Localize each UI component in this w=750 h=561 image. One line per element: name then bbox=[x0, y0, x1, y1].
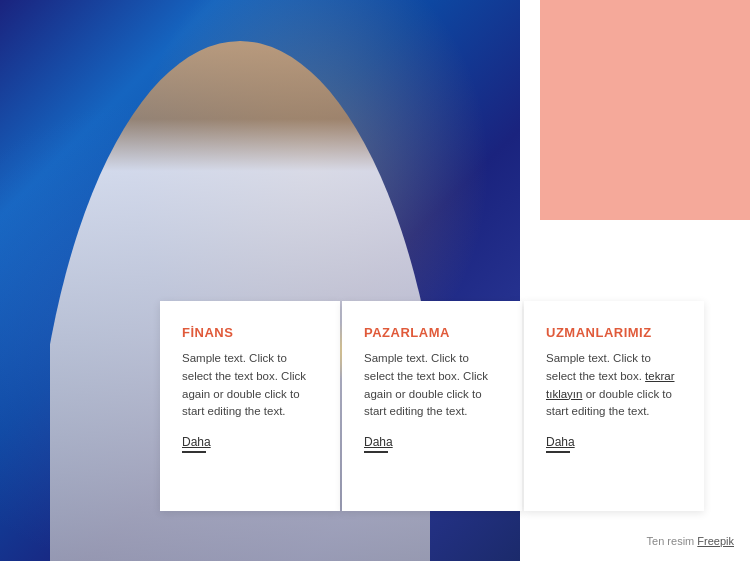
cards-section: FİNANS Sample text. Click to select the … bbox=[160, 301, 704, 511]
card-uzmanlarimiz: UZMANLARIMIZ Sample text. Click to selec… bbox=[524, 301, 704, 511]
decorative-rectangle bbox=[540, 0, 750, 220]
card-uzmanlarimiz-daha-link[interactable]: Daha bbox=[546, 435, 682, 453]
card-pazarlama: PAZARLAMA Sample text. Click to select t… bbox=[342, 301, 522, 511]
card-uzmanlarimiz-text: Sample text. Click to select the text bo… bbox=[546, 350, 682, 421]
card-finans-link[interactable]: Daha bbox=[182, 435, 318, 453]
attribution-link[interactable]: Freepik bbox=[697, 535, 734, 547]
attribution: Ten resim Freepik bbox=[647, 535, 734, 547]
attribution-prefix: Ten resim bbox=[647, 535, 695, 547]
card-finans-text: Sample text. Click to select the text bo… bbox=[182, 350, 318, 421]
card-pazarlama-text: Sample text. Click to select the text bo… bbox=[364, 350, 500, 421]
card-finans-title: FİNANS bbox=[182, 325, 318, 340]
card-finans: FİNANS Sample text. Click to select the … bbox=[160, 301, 340, 511]
card-pazarlama-link[interactable]: Daha bbox=[364, 435, 500, 453]
card-pazarlama-title: PAZARLAMA bbox=[364, 325, 500, 340]
card-uzmanlarimiz-text-before: Sample text. Click to select the text bo… bbox=[546, 352, 651, 382]
card-uzmanlarimiz-title: UZMANLARIMIZ bbox=[546, 325, 682, 340]
